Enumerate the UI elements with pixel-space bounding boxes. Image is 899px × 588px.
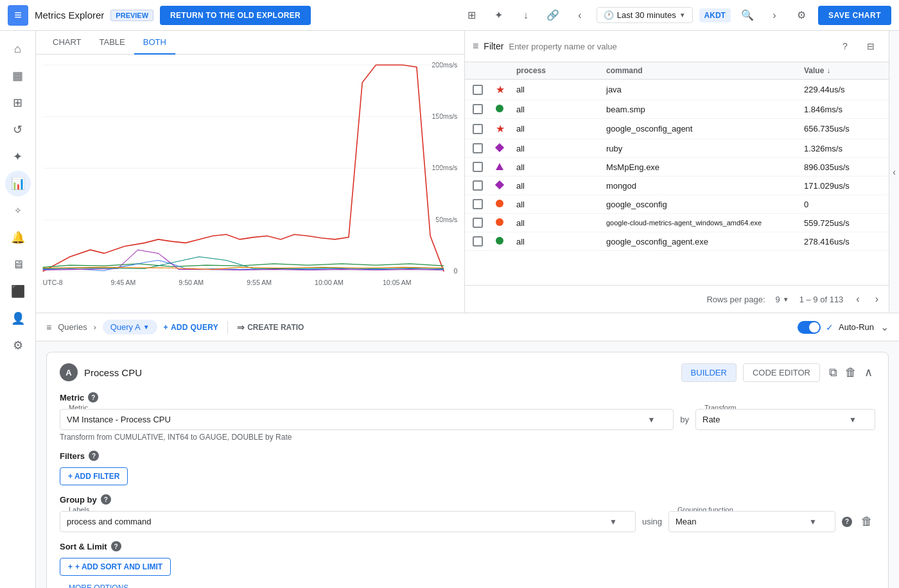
next-icon-btn[interactable]: › [764, 5, 785, 26]
query-card-actions: ⧉ 🗑 ∧ [826, 363, 875, 382]
sidebar-item-storage[interactable]: ⬛ [5, 279, 31, 304]
cell-command: ruby [606, 144, 804, 153]
row-checkbox[interactable] [473, 85, 483, 95]
sidebar-item-explore[interactable]: ✦ [5, 144, 31, 169]
row-checkbox[interactable] [473, 218, 483, 228]
metric-help-icon[interactable]: ? [88, 392, 98, 402]
groupfn-help-icon[interactable]: ? [842, 517, 852, 527]
download-icon-btn[interactable]: ↓ [516, 5, 536, 26]
sidebar-item-routing[interactable]: ↺ [5, 117, 31, 143]
add-query-button[interactable]: + ADD QUERY [164, 323, 219, 332]
transform-selector[interactable]: Rate ▼ [695, 409, 875, 430]
row-checkbox[interactable] [473, 124, 483, 134]
row-checkbox[interactable] [473, 104, 483, 114]
duplicate-button[interactable]: ⧉ [826, 363, 840, 382]
more-options-button[interactable]: ⌄ MORE OPTIONS [60, 584, 128, 588]
time-range-selector[interactable]: 🕐 Last 30 minutes ▼ [597, 7, 693, 23]
search-icon-btn[interactable]: 🔍 [737, 5, 758, 26]
metric-selector[interactable]: VM Instance - Process CPU ▼ [60, 409, 674, 430]
sidebar-item-settings[interactable]: ⚙ [5, 333, 31, 358]
table-row: all google_osconfig_agent.exe 278.416us/… [465, 232, 889, 251]
row-checkbox[interactable] [473, 199, 483, 209]
filter-input[interactable] [509, 42, 830, 51]
cell-process: all [516, 85, 606, 94]
pagination-info: 1 – 9 of 113 [799, 295, 844, 304]
return-to-old-explorer-button[interactable]: RETURN TO THE OLD EXPLORER [160, 6, 311, 25]
settings-icon-btn[interactable]: ⚙ [791, 5, 812, 26]
sidebar-item-table[interactable]: ⊞ [5, 90, 31, 116]
queries-bar: ≡ Queries › Query A ▼ + ADD QUERY ⇒ CREA… [36, 313, 899, 342]
rows-per-page-label: Rows per page: [706, 295, 765, 304]
cell-process: all [516, 124, 606, 134]
metric-dropdown-icon: ▼ [647, 415, 655, 424]
labels-selector[interactable]: process and command ▼ [60, 511, 636, 532]
filter-help-btn[interactable]: ? [835, 36, 855, 56]
code-editor-button[interactable]: CODE EDITOR [743, 363, 820, 382]
columns-btn[interactable]: ⊟ [860, 36, 881, 56]
create-ratio-button[interactable]: ⇒ CREATE RATIO [237, 322, 304, 333]
tab-both[interactable]: BOTH [134, 31, 175, 55]
builder-button[interactable]: BUILDER [681, 363, 737, 382]
timezone-badge[interactable]: AKDT [699, 8, 731, 22]
sidebar-item-home[interactable]: ⌂ [5, 36, 31, 62]
tab-chart[interactable]: CHART [44, 31, 91, 55]
groupby-help-icon[interactable]: ? [101, 494, 111, 505]
app-title: Metrics Explorer [35, 10, 104, 21]
dashboard-icon-btn[interactable]: ⊞ [462, 5, 482, 26]
content-area: CHART TABLE BOTH 200ms/s 150ms/s 100ms/s… [36, 31, 899, 588]
filter-label: Filter [484, 41, 503, 51]
row-checkbox[interactable] [473, 180, 483, 191]
ratio-icon: ⇒ [237, 322, 245, 333]
sidebar-item-metrics[interactable]: 📊 [5, 171, 31, 196]
row-checkbox[interactable] [473, 236, 483, 246]
pagination-next-btn[interactable]: › [873, 291, 881, 307]
table-collapse-handle[interactable]: ‹ [889, 31, 899, 313]
save-chart-button[interactable]: SAVE CHART [818, 6, 891, 25]
link-icon-btn[interactable]: 🔗 [543, 5, 563, 26]
tab-table[interactable]: TABLE [91, 31, 134, 55]
sidebar-item-notifications[interactable]: 🔔 [5, 225, 31, 250]
cell-command: java [606, 85, 804, 94]
query-name: Process CPU [84, 367, 675, 378]
transform-dropdown-icon: ▼ [849, 415, 857, 424]
chart-table-area: CHART TABLE BOTH 200ms/s 150ms/s 100ms/s… [36, 31, 899, 313]
sort-section-label: Sort & Limit ? [60, 541, 875, 551]
cell-command: google_osconfig_agent [606, 124, 804, 134]
rows-per-page-select[interactable]: 9 ▼ [776, 295, 789, 304]
col-header-value[interactable]: Value ↓ [804, 66, 881, 75]
svg-text:10:00 AM: 10:00 AM [315, 278, 344, 286]
query-a-chip[interactable]: Query A ▼ [103, 320, 157, 334]
filters-section-label: Filters ? [60, 451, 875, 461]
collapse-button[interactable]: ∧ [862, 363, 875, 382]
add-sort-button[interactable]: + + ADD SORT AND LIMIT [60, 558, 171, 576]
sidebar-item-person[interactable]: 👤 [5, 306, 31, 331]
cell-value: 559.725us/s [804, 218, 881, 228]
sidebar-item-trace[interactable]: ✧ [5, 198, 31, 223]
svg-text:UTC-8: UTC-8 [43, 278, 63, 286]
sort-help-icon[interactable]: ? [111, 541, 121, 551]
prev-icon-btn[interactable]: ‹ [570, 5, 590, 26]
sidebar-item-dashboard[interactable]: ▦ [5, 63, 31, 89]
row-checkbox[interactable] [473, 162, 483, 172]
svg-text:10:05 AM: 10:05 AM [383, 278, 412, 286]
cell-command: google_osconfig [606, 200, 804, 209]
groupfn-selector[interactable]: Mean ▼ [668, 511, 835, 532]
cell-command: google-cloud-metrics-agent_windows_amd64… [606, 219, 804, 227]
groupby-row: Labels process and command ▼ using Group… [60, 511, 875, 532]
queries-hamburger-icon: ≡ [46, 322, 51, 333]
groupby-section-label: Group by ? [60, 494, 875, 505]
table-row: ★ all java 229.44us/s [465, 80, 889, 100]
delete-button[interactable]: 🗑 [842, 363, 859, 382]
filters-help-icon[interactable]: ? [89, 451, 99, 461]
row-checkbox[interactable] [473, 143, 483, 153]
svg-text:50ms/s: 50ms/s [435, 216, 457, 223]
sidebar-item-monitor[interactable]: 🖥 [5, 252, 31, 277]
svg-text:150ms/s: 150ms/s [432, 112, 457, 120]
cell-process: all [516, 162, 606, 172]
pagination-prev-btn[interactable]: ‹ [853, 291, 862, 307]
autorun-switch[interactable] [798, 321, 821, 334]
queries-expand-btn[interactable]: ⌄ [880, 321, 889, 333]
add-filter-button[interactable]: + ADD FILTER [60, 467, 128, 485]
refresh-icon-btn[interactable]: ✦ [489, 5, 509, 26]
groupby-delete-button[interactable]: 🗑 [859, 512, 875, 531]
